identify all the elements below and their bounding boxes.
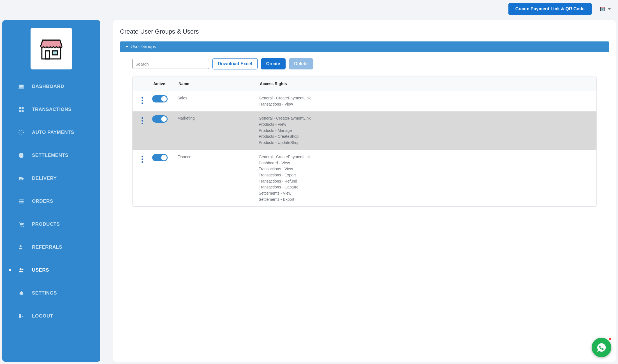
cell-name: Marketing — [177, 115, 259, 120]
cell-name: Sales — [177, 95, 259, 100]
active-toggle[interactable] — [152, 95, 168, 102]
panel-header-user-groups[interactable]: User Groups — [120, 41, 609, 52]
table-row[interactable]: MarketingGeneral - CreatePaymentLinkProd… — [133, 111, 596, 150]
userplus-icon — [17, 244, 25, 250]
toolbar: Download Excel Create Delete — [132, 58, 597, 69]
shop-switcher[interactable] — [600, 6, 611, 13]
cell-name: Finance — [177, 154, 259, 159]
sidebar-item-referrals[interactable]: REFERRALS — [2, 236, 100, 259]
sidebar-item-logout[interactable]: LOGOUT — [2, 305, 100, 328]
sidebar-item-auto-payments[interactable]: AUTO PAYMENTS — [2, 121, 100, 144]
svg-rect-15 — [45, 51, 49, 59]
top-header: Create Payment Link & QR Code — [0, 0, 618, 18]
app-layout: DASHBOARDTRANSACTIONSAUTO PAYMENTSSETTLE… — [0, 18, 618, 364]
active-toggle[interactable] — [152, 154, 168, 161]
sidebar-item-label: SETTLEMENTS — [32, 153, 68, 158]
caret-down-icon — [126, 46, 128, 48]
users-icon — [17, 267, 25, 273]
main-panel: Create User Groups & Users User Groups D… — [113, 20, 616, 362]
sidebar-item-settings[interactable]: SETTINGS — [2, 282, 100, 305]
cell-access-rights: General - CreatePaymentLinkDashboard - V… — [259, 154, 596, 203]
panel-title: User Groups — [131, 44, 156, 49]
sidebar-item-label: TRANSACTIONS — [32, 107, 71, 112]
col-name: Name — [177, 81, 259, 86]
page-title: Create User Groups & Users — [120, 28, 609, 35]
laptop-icon — [17, 83, 25, 90]
col-active: Active — [152, 81, 177, 86]
sidebar-item-products[interactable]: PRODUCTS — [2, 213, 100, 236]
cell-access-rights: General - CreatePaymentLinkTransactions … — [259, 95, 596, 107]
panel-body: Download Excel Create Delete Active Name… — [120, 52, 609, 213]
row-menu-icon[interactable] — [142, 117, 143, 124]
search-input[interactable] — [132, 59, 209, 69]
whatsapp-fab[interactable] — [592, 338, 611, 357]
table-header: Active Name Access Rights — [133, 76, 596, 91]
svg-rect-13 — [603, 9, 604, 10]
sidebar-item-orders[interactable]: ORDERS — [2, 190, 100, 213]
sidebar-item-dashboard[interactable]: DASHBOARD — [2, 75, 100, 98]
create-payment-link-button[interactable]: Create Payment Link & QR Code — [508, 3, 592, 15]
user-groups-table: Active Name Access Rights SalesGeneral -… — [132, 76, 597, 207]
chevron-down-icon — [608, 8, 611, 10]
sidebar-item-transactions[interactable]: TRANSACTIONS — [2, 98, 100, 121]
truck-icon — [17, 175, 25, 181]
cart-icon — [17, 221, 25, 227]
sidebar-item-label: PRODUCTS — [32, 221, 60, 227]
table-row[interactable]: FinanceGeneral - CreatePaymentLinkDashbo… — [133, 150, 596, 207]
col-rights: Access Rights — [259, 81, 596, 86]
table-row[interactable]: SalesGeneral - CreatePaymentLinkTransact… — [133, 91, 596, 111]
delete-button[interactable]: Delete — [289, 58, 313, 69]
sidebar: DASHBOARDTRANSACTIONSAUTO PAYMENTSSETTLE… — [2, 20, 100, 362]
sidebar-item-label: SETTINGS — [32, 290, 57, 296]
download-excel-button[interactable]: Download Excel — [212, 58, 258, 69]
sidebar-item-settlements[interactable]: SETTLEMENTS — [2, 144, 100, 167]
sidebar-item-label: USERS — [32, 267, 49, 273]
sidebar-item-label: DELIVERY — [32, 176, 57, 181]
gears-icon — [17, 290, 25, 296]
sidebar-item-label: AUTO PAYMENTS — [32, 130, 74, 135]
spinner-icon — [17, 129, 25, 136]
grid-icon — [17, 106, 25, 113]
svg-rect-16 — [53, 51, 57, 55]
cell-access-rights: General - CreatePaymentLinkProducts - Vi… — [259, 115, 596, 146]
sidebar-logo — [31, 28, 72, 69]
row-menu-icon[interactable] — [142, 97, 143, 104]
row-menu-icon[interactable] — [142, 156, 143, 163]
shop-icon — [600, 6, 606, 13]
sidebar-item-label: ORDERS — [32, 199, 53, 204]
list-icon — [17, 198, 25, 204]
create-button[interactable]: Create — [261, 58, 286, 69]
sidebar-item-label: REFERRALS — [32, 244, 62, 250]
sidebar-item-delivery[interactable]: DELIVERY — [2, 167, 100, 190]
active-toggle[interactable] — [152, 115, 168, 123]
logout-icon — [17, 313, 25, 319]
sidebar-item-label: LOGOUT — [32, 313, 53, 319]
sidebar-item-label: DASHBOARD — [32, 84, 64, 89]
coins-icon — [17, 152, 25, 158]
sidebar-item-users[interactable]: USERS — [2, 259, 100, 282]
notification-dot — [608, 337, 612, 340]
